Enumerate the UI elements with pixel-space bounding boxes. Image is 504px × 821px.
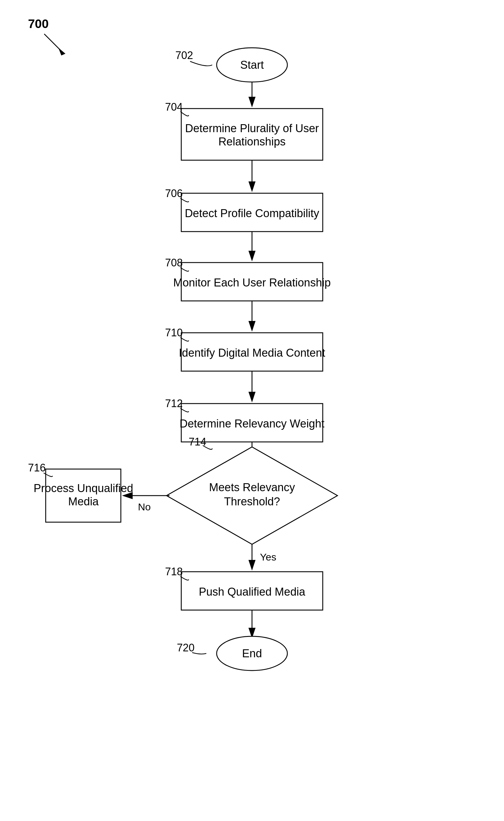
label-714b: Threshold? xyxy=(224,495,280,508)
start-label: Start xyxy=(240,59,264,71)
label-708: Monitor Each User Relationship xyxy=(173,277,331,289)
flowchart-diagram: 700 Start 702 Determine Plurality of Use… xyxy=(0,0,504,821)
end-label: End xyxy=(242,647,262,660)
ref-706: 706 xyxy=(165,187,183,199)
label-714a: Meets Relevancy xyxy=(209,481,295,493)
no-label: No xyxy=(138,501,151,512)
ref-712: 712 xyxy=(165,397,183,409)
ref-718: 718 xyxy=(165,565,183,577)
figure-number: 700 xyxy=(28,17,49,31)
label-706: Detect Profile Compatibility xyxy=(185,207,319,220)
yes-label: Yes xyxy=(260,551,276,562)
label-716a: Process Unqualified xyxy=(34,482,133,494)
label-716b: Media xyxy=(68,495,99,508)
ref-710: 710 xyxy=(165,327,183,339)
ref-708: 708 xyxy=(165,257,183,269)
ref-704: 704 xyxy=(165,101,183,113)
label-712: Determine Relevancy Weight xyxy=(179,417,325,430)
label-704b: Relationships xyxy=(218,135,286,148)
label-718: Push Qualified Media xyxy=(199,585,305,598)
ref-716: 716 xyxy=(28,462,46,474)
label-704: Determine Plurality of User xyxy=(185,122,319,134)
ref-702: 702 xyxy=(175,49,193,61)
svg-marker-2 xyxy=(58,48,65,55)
label-710: Identify Digital Media Content xyxy=(179,347,325,359)
ref-720: 720 xyxy=(177,642,195,654)
